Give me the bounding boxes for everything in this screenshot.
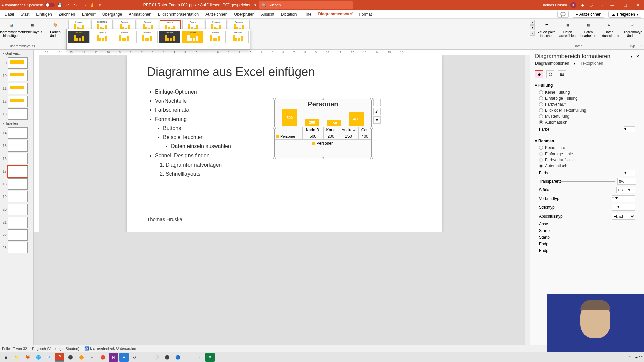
refresh-data-button[interactable]: ↻Daten aktualisieren	[600, 20, 619, 38]
dropdown-icon[interactable]: ▾	[574, 61, 576, 67]
format-pane-close[interactable]: ✕	[636, 54, 639, 59]
tab-ansicht[interactable]: Ansicht	[258, 10, 277, 18]
tab-uebergaenge[interactable]: Übergänge	[99, 10, 125, 18]
chart-bar[interactable]: 500	[282, 109, 297, 126]
chart-style-14[interactable]: Personen	[182, 31, 203, 43]
chart-style-13[interactable]: Personen	[159, 31, 180, 43]
add-chart-element-button[interactable]: 📊 Diagrammelement hinzufügen	[2, 20, 21, 38]
slide-thumb-16[interactable]	[8, 153, 28, 164]
border-auto-radio[interactable]: Automatisch	[535, 163, 639, 169]
chart-style-11[interactable]: Personen	[114, 31, 135, 43]
select-data-button[interactable]: ▦Daten auswählen	[558, 20, 577, 38]
minimize-button[interactable]: —	[608, 0, 617, 10]
gallery-scroll-more[interactable]: ≡	[530, 31, 535, 36]
fill-auto-radio[interactable]: Automatisch	[535, 119, 639, 125]
chart-legend[interactable]: Personen	[275, 140, 371, 147]
aufzeichnen-button[interactable]: ● Aufzeichnen	[573, 11, 604, 18]
border-color-button[interactable]: ▾	[624, 170, 635, 176]
slide-thumb-14[interactable]	[8, 127, 28, 139]
tab-text-options[interactable]: Textoptionen	[580, 61, 603, 67]
edit-data-button[interactable]: ▤Daten bearbeiten	[579, 20, 598, 38]
border-none-radio[interactable]: Keine Linie	[535, 145, 639, 151]
freigeben-button[interactable]: ☁ Freigeben ▾	[608, 11, 641, 18]
chart-elements-button[interactable]: ＋	[373, 99, 381, 106]
slide-thumb-19[interactable]	[8, 191, 28, 202]
qat-more-icon[interactable]: ▾	[97, 2, 103, 8]
slide-text-body[interactable]: Einfüge-Optionen Vor/Nachteile Farbschem…	[147, 87, 231, 178]
chart-styles-button[interactable]: 🖌	[373, 108, 381, 115]
change-colors-button[interactable]: 🎨 Farben ändern	[46, 20, 65, 38]
gem-icon[interactable]: ◆	[580, 2, 586, 8]
chart-bar[interactable]: 150	[327, 120, 341, 126]
size-tab[interactable]: ▦	[558, 70, 566, 78]
transparency-input[interactable]	[617, 178, 636, 185]
section-grafiken[interactable]: ▸ Grafiken...	[1, 50, 33, 57]
fill-line-tab[interactable]: ◆	[535, 70, 543, 78]
tab-diagrammentwurf[interactable]: Diagrammentwurf	[315, 10, 356, 18]
chart-bar[interactable]: 400	[349, 112, 364, 126]
slide-thumb-17[interactable]	[8, 166, 28, 177]
slide-thumb-13[interactable]	[8, 108, 28, 120]
slide-thumb-23[interactable]	[8, 242, 28, 253]
change-chart-type-button[interactable]: 📈Diagrammtyp ändern	[623, 20, 642, 38]
chart-title[interactable]: Personen	[275, 99, 371, 109]
tab-datei[interactable]: Datei	[1, 10, 17, 18]
redo-icon[interactable]: ↷	[73, 2, 79, 8]
transparency-slider[interactable]	[561, 181, 615, 182]
chart-style-9[interactable]: Personen	[68, 31, 90, 43]
comments-button[interactable]: 💬	[557, 11, 569, 18]
chart-plot-area[interactable]: 500 200 150 400	[275, 109, 371, 126]
tab-dictation[interactable]: Dictation	[278, 10, 300, 18]
slide-thumb-21[interactable]	[8, 217, 28, 228]
fill-section-header[interactable]: ▾ Füllung	[535, 82, 639, 89]
border-gradient-radio[interactable]: Farbverlaufslinie	[535, 157, 639, 163]
chart-style-12[interactable]: Personen	[136, 31, 158, 43]
tab-start[interactable]: Start	[17, 10, 33, 18]
border-section-header[interactable]: ▾ Rahmen	[535, 137, 639, 145]
chart-style-16[interactable]: Personen	[227, 31, 249, 43]
tab-entwurf[interactable]: Entwurf	[78, 10, 99, 18]
dash-select[interactable]: — ▾	[612, 204, 635, 211]
collapse-ribbon-button[interactable]: ⌃	[640, 45, 643, 49]
chart-style-10[interactable]: PERSONEN	[91, 31, 112, 43]
format-pane-dropdown[interactable]: ▾	[630, 54, 632, 59]
tab-ueberpruefen[interactable]: Überprüfen	[231, 10, 258, 18]
fill-color-button[interactable]: ▾	[624, 126, 635, 132]
user-avatar[interactable]: TH	[570, 2, 576, 8]
undo-icon[interactable]: ↶	[65, 2, 71, 8]
start-from-begin-icon[interactable]: ▭	[81, 2, 87, 8]
slide-thumb-9[interactable]	[8, 57, 28, 69]
switch-row-col-button[interactable]: ⇄Zeile/Spalte tauschen	[537, 20, 556, 38]
section-tabellen[interactable]: ▸ Tabellen	[1, 120, 33, 127]
effects-tab[interactable]: ⬠	[546, 70, 554, 78]
slide-thumb-11[interactable]	[8, 83, 28, 94]
compound-select[interactable]: ≡ ▾	[612, 195, 635, 202]
quicklayout-button[interactable]: ▦ Schnelllayout	[23, 20, 42, 34]
slide-thumb-15[interactable]	[8, 140, 28, 152]
save-icon[interactable]: 💾	[57, 2, 63, 8]
width-input[interactable]	[616, 187, 635, 193]
presenter-icon[interactable]: 🖊	[589, 2, 595, 8]
slide-thumbnail-panel[interactable]: ▸ Grafiken... 9 10 11 12 13 ▸ Tabellen 1…	[0, 50, 34, 345]
touch-mode-icon[interactable]: ☝	[89, 2, 95, 8]
window-icon[interactable]: ▭	[598, 2, 604, 8]
slide-thumb-22[interactable]	[8, 229, 28, 241]
slide-author[interactable]: Thomas Hruska	[147, 216, 182, 222]
tab-diagram-options[interactable]: Diagrammoptionen	[535, 61, 569, 67]
maximize-button[interactable]: ▢	[621, 0, 630, 10]
fill-solid-radio[interactable]: Einfarbige Füllung	[535, 95, 639, 101]
fill-pattern-radio[interactable]: Musterfüllung	[535, 113, 639, 119]
tab-zeichnen[interactable]: Zeichnen	[55, 10, 78, 18]
border-solid-radio[interactable]: Einfarbige Linie	[535, 151, 639, 157]
search-box[interactable]: 🔍 Suchen	[259, 1, 353, 9]
slide-thumb-20[interactable]	[8, 204, 28, 215]
tab-animationen[interactable]: Animationen	[125, 10, 155, 18]
tab-einfuegen[interactable]: Einfügen	[33, 10, 55, 18]
slide-thumb-18[interactable]	[8, 178, 28, 190]
tab-aufzeichnen[interactable]: Aufzeichnen	[202, 10, 231, 18]
chart-style-15[interactable]: Personen	[205, 31, 226, 43]
chart-object[interactable]: ＋ 🖌 ▼ Personen 500 200 150 400	[274, 99, 372, 158]
slide-page[interactable]: Diagramme aus Excel einfügen Einfüge-Opt…	[127, 55, 442, 232]
cap-select[interactable]: Flach	[612, 213, 635, 220]
tab-format[interactable]: Format	[356, 10, 375, 18]
